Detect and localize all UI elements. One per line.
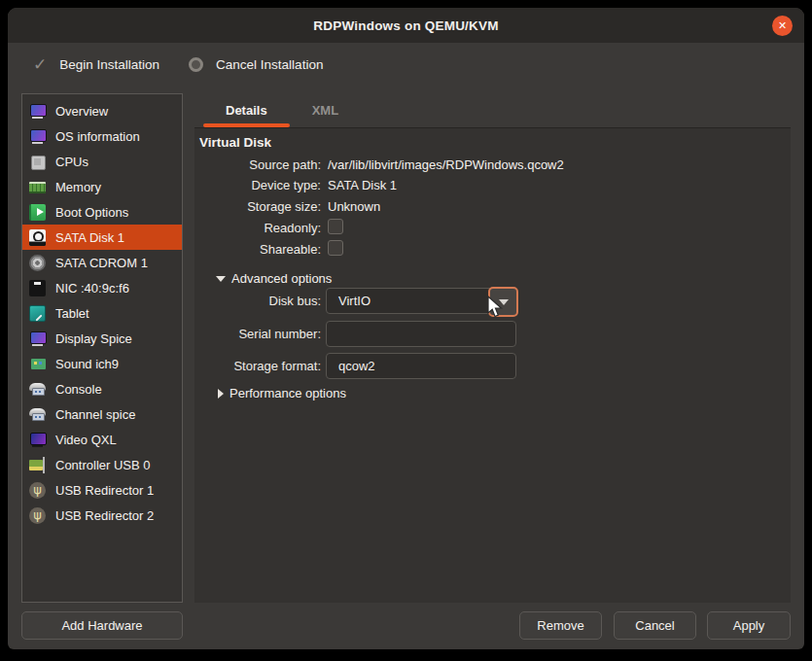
monitor-icon	[29, 103, 46, 120]
sidebar-item-sata-cdrom-1[interactable]: SATA CDROM 1	[22, 250, 182, 275]
shareable-checkbox[interactable]	[328, 240, 343, 256]
sidebar-item-label: USB Redirector 2	[55, 508, 154, 523]
serial-console-icon	[29, 381, 46, 398]
nic-port-icon	[29, 280, 46, 296]
shareable-label: Shareable:	[199, 242, 321, 257]
chevron-right-icon	[218, 389, 224, 399]
sidebar-item-label: Boot Options	[55, 205, 128, 220]
sidebar-item-label: Console	[55, 382, 102, 397]
serial-number-input[interactable]	[326, 321, 516, 347]
sidebar-item-sata-disk-1[interactable]: SATA Disk 1	[22, 225, 182, 250]
boot-play-icon	[29, 204, 46, 221]
window-title: RDPWindows on QEMU/KVM	[313, 18, 498, 33]
sidebar-item-label: Channel spice	[55, 407, 135, 422]
toolbar: ✓ Begin Installation Cancel Installation	[8, 43, 804, 86]
source-path-label: Source path:	[199, 157, 321, 172]
tab-xml-label: XML	[312, 103, 338, 118]
video-icon	[29, 432, 46, 448]
performance-options-label: Performance options	[229, 386, 346, 400]
close-icon: ✕	[778, 19, 787, 32]
sidebar-item-label: SATA CDROM 1	[55, 256, 148, 270]
cancel-installation-label: Cancel Installation	[216, 57, 323, 72]
storage-size-value: Unknown	[328, 199, 380, 214]
sidebar-item-label: Memory	[55, 180, 101, 194]
sidebar-item-label: Controller USB 0	[55, 458, 151, 472]
sidebar-item-sound-ich9[interactable]: Sound ich9	[22, 351, 182, 376]
usb-icon	[29, 507, 46, 524]
sidebar-item-label: Sound ich9	[55, 357, 119, 371]
sidebar-item-label: SATA Disk 1	[55, 230, 124, 245]
tablet-icon	[29, 305, 46, 322]
section-title: Virtual Disk	[199, 135, 271, 150]
source-path-value: /var/lib/libvirt/images/RDPWindows.qcow2	[328, 157, 564, 172]
sound-card-icon	[29, 356, 46, 372]
cancel-label: Cancel	[635, 618, 674, 633]
disk-bus-dropdown-button[interactable]	[488, 287, 518, 317]
remove-label: Remove	[537, 618, 583, 633]
disk-bus-combobox[interactable]: VirtIO	[326, 288, 516, 314]
sidebar-item-usb-redirector-2[interactable]: USB Redirector 2	[22, 503, 182, 528]
sidebar-item-controller-usb-0[interactable]: Controller USB 0	[22, 452, 182, 477]
disk-bus-value: VirtIO	[338, 289, 371, 313]
memory-icon	[29, 179, 46, 195]
sidebar-item-label: NIC :40:9c:f6	[55, 281, 129, 296]
sidebar-item-channel-spice[interactable]: Channel spice	[22, 401, 182, 427]
sidebar-item-label: CPUs	[55, 155, 88, 169]
monitor-icon	[29, 128, 46, 145]
storage-format-input[interactable]	[326, 353, 516, 379]
disk-bus-label: Disk bus:	[199, 294, 321, 308]
vm-details-window: RDPWindows on QEMU/KVM ✕ ✓ Begin Install…	[8, 8, 804, 649]
cancel-button[interactable]: Cancel	[614, 611, 696, 640]
performance-options-expander[interactable]: Performance options	[218, 386, 346, 400]
sidebar-item-display-spice[interactable]: Display Spice	[22, 326, 182, 351]
hardware-list: Overview OS information CPUs Memory Boot…	[21, 93, 183, 603]
sidebar-item-video-qxl[interactable]: Video QXL	[22, 427, 182, 452]
storage-format-label: Storage format:	[199, 359, 321, 373]
titlebar[interactable]: RDPWindows on QEMU/KVM ✕	[8, 8, 804, 43]
tab-bar: Details XML	[194, 93, 791, 127]
sidebar-item-overview[interactable]: Overview	[22, 98, 182, 123]
serial-console-icon	[29, 406, 46, 423]
display-icon	[29, 330, 46, 347]
check-icon: ✓	[33, 56, 47, 73]
sidebar-item-label: OS information	[55, 129, 140, 144]
sidebar-item-label: Display Spice	[55, 331, 132, 346]
chevron-down-icon	[216, 276, 226, 282]
cpu-icon	[29, 154, 46, 170]
sidebar-item-label: Tablet	[55, 306, 89, 321]
readonly-label: Readonly:	[199, 221, 321, 235]
tab-xml[interactable]: XML	[290, 93, 361, 127]
add-hardware-button[interactable]: Add Hardware	[21, 611, 183, 640]
sidebar-item-label: Overview	[55, 104, 108, 119]
begin-installation-label: Begin Installation	[59, 57, 159, 72]
sidebar-item-cpus[interactable]: CPUs	[22, 149, 182, 174]
remove-button[interactable]: Remove	[519, 611, 602, 640]
serial-number-label: Serial number:	[199, 327, 321, 341]
sidebar-item-os-information[interactable]: OS information	[22, 123, 182, 149]
sidebar-item-console[interactable]: Console	[22, 376, 182, 401]
sidebar-item-usb-redirector-1[interactable]: USB Redirector 1	[22, 477, 182, 503]
sidebar-item-nic[interactable]: NIC :40:9c:f6	[22, 275, 182, 300]
close-button[interactable]: ✕	[772, 16, 793, 36]
begin-installation-button[interactable]: ✓ Begin Installation	[33, 56, 159, 73]
sidebar-item-boot-options[interactable]: Boot Options	[22, 199, 182, 225]
tab-details[interactable]: Details	[203, 93, 290, 127]
sidebar-item-memory[interactable]: Memory	[22, 174, 182, 199]
tab-details-label: Details	[226, 103, 267, 118]
device-type-value: SATA Disk 1	[328, 178, 397, 192]
device-type-label: Device type:	[199, 178, 321, 192]
sidebar-item-label: USB Redirector 1	[55, 483, 154, 498]
advanced-options-label: Advanced options	[231, 271, 332, 286]
cancel-installation-button[interactable]: Cancel Installation	[189, 57, 323, 72]
readonly-checkbox[interactable]	[328, 219, 343, 234]
sidebar-item-tablet[interactable]: Tablet	[22, 300, 182, 326]
apply-button[interactable]: Apply	[707, 611, 791, 640]
cancel-circle-icon	[189, 57, 203, 72]
advanced-options-expander[interactable]: Advanced options	[216, 271, 332, 286]
cdrom-icon	[29, 255, 46, 271]
screen: RDPWindows on QEMU/KVM ✕ ✓ Begin Install…	[0, 0, 812, 661]
usb-icon	[29, 482, 46, 499]
hard-disk-icon	[29, 229, 46, 246]
storage-size-label: Storage size:	[199, 199, 321, 214]
add-hardware-label: Add Hardware	[61, 618, 142, 633]
